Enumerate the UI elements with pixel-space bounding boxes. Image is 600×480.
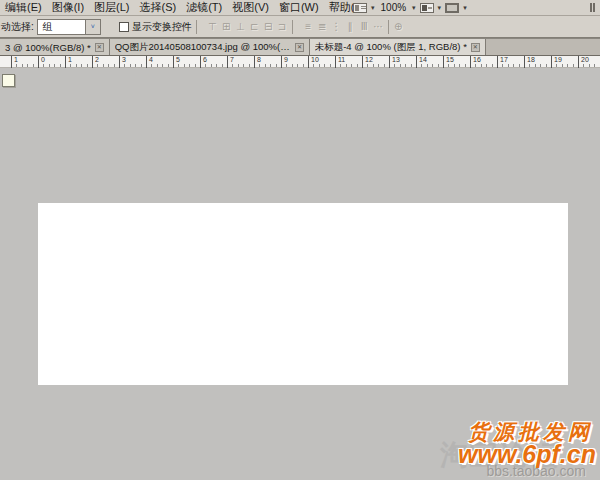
align-right-edges-icon[interactable]: ⊐ xyxy=(277,21,288,33)
align-vertical-centers-icon[interactable]: ⊞ xyxy=(221,21,232,33)
document-tab-bar: 3 @ 100%(RGB/8) * ✕ QQ图片20140508100734.j… xyxy=(0,38,600,55)
document-tab-label: 3 @ 100%(RGB/8) * xyxy=(5,42,91,53)
menu-item[interactable]: 窗口(W) xyxy=(274,0,324,15)
ruler-tick: 11 xyxy=(335,56,336,68)
arrange-documents-icon[interactable] xyxy=(353,3,367,13)
ruler-tick: 1 xyxy=(65,56,66,68)
align-bottom-edges-icon[interactable]: ⊥ xyxy=(235,21,246,33)
ruler-tick-label: 19 xyxy=(554,56,562,63)
horizontal-ruler[interactable]: 1 0 1 2 3 4 5 6 7 8 9 10 xyxy=(0,55,600,68)
view-extras-icon[interactable] xyxy=(420,3,434,13)
separator xyxy=(388,20,389,34)
ruler-tick-label: 15 xyxy=(446,56,454,63)
zoom-level-control[interactable]: 100% xyxy=(379,2,409,13)
ruler-tick-label: 4 xyxy=(149,56,153,63)
show-transform-controls-checkbox[interactable] xyxy=(119,22,129,32)
ruler-tick: 0 xyxy=(38,56,39,68)
photoshop-window: 编辑(E)图像(I)图层(L)选择(S)滤镜(T)视图(V)窗口(W)帮助(H)… xyxy=(0,0,600,480)
menu-item[interactable]: 滤镜(T) xyxy=(181,0,227,15)
document-tab[interactable]: 未标题-4 @ 100% (图层 1, RGB/8) * ✕ xyxy=(310,39,486,55)
distribute-bottom-edges-icon[interactable]: ⋮ xyxy=(331,21,342,33)
ruler-tick-label: 1 xyxy=(68,56,72,63)
ruler-tick-label: 5 xyxy=(176,56,180,63)
menu-item[interactable]: 图像(I) xyxy=(47,0,89,15)
ruler-tick: 1 xyxy=(11,56,12,68)
align-horizontal-centers-icon[interactable]: ⊟ xyxy=(263,21,274,33)
ruler-tick: 14 xyxy=(416,56,417,68)
ruler-tick-label: 18 xyxy=(527,56,535,63)
close-icon[interactable]: ✕ xyxy=(471,43,480,52)
chevron-down-icon[interactable]: ˅ xyxy=(85,20,100,34)
application-bar: ▾ 100% ▾ ▾ ▾ xyxy=(340,0,467,15)
ruler-tick-label: 20 xyxy=(581,56,589,63)
align-icons-group: ⊤⊞⊥⊏⊟⊐ xyxy=(207,21,288,33)
ruler-tick-label: 2 xyxy=(95,56,99,63)
ruler-tick-label: 6 xyxy=(203,56,207,63)
menu-bar: 编辑(E)图像(I)图层(L)选择(S)滤镜(T)视图(V)窗口(W)帮助(H)… xyxy=(0,0,600,16)
document-canvas[interactable] xyxy=(38,203,568,385)
ruler-tick-label: 3 xyxy=(122,56,126,63)
ruler-tick: 19 xyxy=(551,56,552,68)
ruler-tick: 20 xyxy=(578,56,579,68)
ruler-tick-label: 9 xyxy=(284,56,288,63)
ruler-tick: 18 xyxy=(524,56,525,68)
distribute-vertical-centers-icon[interactable]: ≣ xyxy=(317,21,328,33)
document-tab[interactable]: 3 @ 100%(RGB/8) * ✕ xyxy=(0,39,110,55)
separator xyxy=(292,20,293,34)
distribute-right-edges-icon[interactable]: ⋯ xyxy=(373,21,384,33)
canvas-workspace: 淘宝论坛 货源批发网 www.6pf.cn bbs.taobao.com xyxy=(0,68,600,480)
ruler-tick-label: 14 xyxy=(419,56,427,63)
ruler-tick: 8 xyxy=(254,56,255,68)
align-top-edges-icon[interactable]: ⊤ xyxy=(207,21,218,33)
auto-select-value: 组 xyxy=(38,20,85,34)
distribute-icons-group: ≡≣⋮∥Ⅲ⋯ xyxy=(303,21,384,33)
align-left-edges-icon[interactable]: ⊏ xyxy=(249,21,260,33)
menu-item[interactable]: 图层(L) xyxy=(89,0,134,15)
ruler-tick-label: 12 xyxy=(365,56,373,63)
ruler-tick: 10 xyxy=(308,56,309,68)
ruler-tick: 4 xyxy=(146,56,147,68)
ruler-tick: 17 xyxy=(497,56,498,68)
auto-align-layers-icon[interactable]: ⊕ xyxy=(393,21,404,33)
chevron-down-icon[interactable]: ▾ xyxy=(371,4,375,11)
ruler-tick-label: 7 xyxy=(230,56,234,63)
workspace-grip-icon xyxy=(590,3,595,12)
distribute-horizontal-centers-icon[interactable]: Ⅲ xyxy=(359,21,370,33)
menu-item[interactable]: 视图(V) xyxy=(227,0,274,15)
ruler-tick-label: 11 xyxy=(338,56,345,63)
tool-options-bar: 动选择: 组 ˅ 显示变换控件 ⊤⊞⊥⊏⊟⊐ ≡≣⋮∥Ⅲ⋯ ⊕ xyxy=(0,16,600,38)
separator xyxy=(344,2,345,13)
ruler-tick: 2 xyxy=(92,56,93,68)
menu-item[interactable]: 选择(S) xyxy=(135,0,182,15)
ruler-tick: 12 xyxy=(362,56,363,68)
ruler-tick-label: 1 xyxy=(14,56,18,63)
close-icon[interactable]: ✕ xyxy=(295,43,303,52)
separator xyxy=(196,20,197,34)
distribute-top-edges-icon[interactable]: ≡ xyxy=(303,21,314,33)
distribute-left-edges-icon[interactable]: ∥ xyxy=(345,21,356,33)
show-transform-controls-label: 显示变换控件 xyxy=(132,20,192,34)
ruler-tick-label: 13 xyxy=(392,56,400,63)
ruler-tick: 9 xyxy=(281,56,282,68)
chevron-down-icon[interactable]: ▾ xyxy=(438,4,442,11)
ruler-tick: 16 xyxy=(470,56,471,68)
ruler-tick-label: 17 xyxy=(500,56,508,63)
document-tab-label: 未标题-4 @ 100% (图层 1, RGB/8) * xyxy=(315,41,467,54)
palette-fragment xyxy=(2,74,15,87)
document-tab[interactable]: QQ图片20140508100734.jpg @ 100%(RGB/8) ✕ xyxy=(110,39,310,55)
ruler-tick: 15 xyxy=(443,56,444,68)
ruler-tick-label: 8 xyxy=(257,56,261,63)
ruler-tick: 13 xyxy=(389,56,390,68)
chevron-down-icon[interactable]: ▾ xyxy=(463,4,467,11)
auto-select-label: 动选择: xyxy=(0,20,34,34)
ruler-tick: 5 xyxy=(173,56,174,68)
close-icon[interactable]: ✕ xyxy=(95,43,104,52)
ruler-tick: 6 xyxy=(200,56,201,68)
ruler-tick-label: 16 xyxy=(473,56,481,63)
ruler-tick: 7 xyxy=(227,56,228,68)
menu-item[interactable]: 编辑(E) xyxy=(0,0,47,15)
chevron-down-icon[interactable]: ▾ xyxy=(412,4,416,11)
auto-select-dropdown[interactable]: 组 ˅ xyxy=(37,19,101,35)
screen-mode-icon[interactable] xyxy=(445,3,459,13)
watermark-forum-url: bbs.taobao.com xyxy=(486,463,586,479)
